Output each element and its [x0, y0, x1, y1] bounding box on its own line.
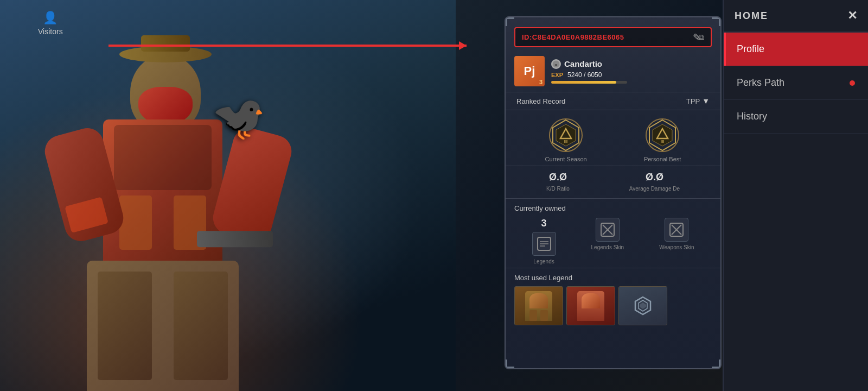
username-row: III Candartio [551, 59, 712, 69]
legends-count: 3 [541, 218, 547, 229]
owned-items: 3 Legends [514, 218, 712, 264]
exp-progress-bar [551, 81, 627, 84]
avg-damage-value: Ø.Ø [629, 172, 680, 183]
tpp-mode-label: TPP [686, 97, 700, 105]
ranked-record-row[interactable]: Ranked Record TPP ▼ [506, 92, 720, 110]
person-icon: 👤 [38, 11, 63, 25]
legend-thumb-2[interactable] [566, 286, 615, 325]
avatar-level: 3 [539, 79, 542, 85]
kd-label: K/D Ratio [546, 186, 570, 192]
nav-item-history[interactable]: History [724, 100, 868, 134]
nav-item-perks-path[interactable]: Perks Path [724, 66, 868, 100]
exp-values: 5240 / 6050 [567, 71, 602, 79]
user-details: III Candartio EXP 5240 / 6050 [551, 59, 712, 84]
most-used-legend-title: Most used Legend [514, 274, 712, 282]
legends-skin-label: Legends Skin [591, 244, 624, 250]
character-background [0, 0, 456, 391]
svg-text:III: III [564, 139, 568, 144]
legends-skin-icon [596, 218, 620, 242]
kd-value: Ø.Ø [546, 172, 570, 183]
panel-corner-tl [506, 17, 514, 26]
sidebar-nav: Profile Perks Path History [724, 33, 868, 134]
exp-label: EXP [551, 72, 563, 78]
rank-icons-row: III Current Season III Personal Best [506, 110, 720, 166]
weapons-skin-icon [665, 218, 688, 242]
nav-history-label: History [737, 111, 767, 122]
personal-best-badge: III [645, 118, 680, 153]
ranked-record-label: Ranked Record [516, 97, 565, 105]
profile-panel: ✎ ID:C8E4DA0E0A9882BE6065 ⧉ Pj 3 III Can… [505, 16, 722, 369]
id-bar[interactable]: ID:C8E4DA0E0A9882BE6065 ⧉ [514, 27, 712, 47]
legend-thumb-1[interactable] [514, 286, 563, 325]
legend-thumbnails [514, 286, 712, 325]
current-season-label: Current Season [545, 156, 587, 162]
tpp-dropdown[interactable]: TPP ▼ [686, 97, 710, 105]
exp-fill [551, 81, 616, 84]
svg-text:III: III [554, 64, 557, 67]
home-title: HOME [735, 10, 768, 22]
avg-damage-stat: Ø.Ø Average Damage De [629, 172, 680, 193]
panel-corner-bl [506, 360, 514, 368]
personal-best-rank: III Personal Best [644, 118, 681, 162]
legends-icon [532, 232, 556, 256]
right-sidebar: HOME ✕ Profile Perks Path History [723, 0, 868, 391]
highlight-arrow [108, 45, 467, 47]
tier-icon: III [551, 59, 561, 69]
current-season-badge: III [548, 118, 583, 153]
svg-marker-24 [640, 302, 646, 309]
panel-corner-br [712, 360, 720, 368]
weapons-skin-owned: Weapons Skin [659, 218, 694, 264]
avg-damage-label: Average Damage De [629, 186, 680, 192]
legends-label: Legends [533, 258, 554, 264]
svg-text:III: III [661, 139, 665, 144]
currently-owned-section: Currently owned 3 Legends [506, 198, 720, 268]
chevron-down-icon: ▼ [702, 97, 710, 105]
weapons-skin-label: Weapons Skin [659, 244, 694, 250]
nav-item-profile[interactable]: Profile [724, 33, 868, 66]
sidebar-header: HOME ✕ [724, 0, 868, 33]
visitors-label: Visitors [38, 27, 63, 36]
edit-profile-icon[interactable]: ✎ [693, 31, 701, 43]
user-info: Pj 3 III Candartio EXP 5240 / 6050 [506, 52, 720, 92]
visitors-section: 👤 Visitors [38, 11, 63, 36]
legend-thumb-3[interactable] [618, 286, 667, 325]
legends-skin-owned: Legends Skin [591, 218, 624, 264]
nav-profile-label: Profile [737, 43, 764, 55]
nav-perks-label: Perks Path [737, 77, 784, 89]
character-area [0, 0, 456, 391]
most-used-legend-section: Most used Legend [506, 268, 720, 329]
avatar: Pj 3 [514, 56, 545, 86]
current-season-rank: III Current Season [545, 118, 587, 162]
exp-row: EXP 5240 / 6050 [551, 71, 712, 79]
legends-owned: 3 Legends [532, 218, 556, 264]
username: Candartio [564, 59, 602, 68]
panel-corner-tr [712, 17, 720, 26]
avatar-initials: Pj [524, 64, 535, 78]
stats-row: Ø.Ø K/D Ratio Ø.Ø Average Damage De [506, 166, 720, 198]
player-id-text: ID:C8E4DA0E0A9882BE6065 [522, 33, 694, 41]
currently-owned-title: Currently owned [514, 204, 712, 212]
personal-best-label: Personal Best [644, 156, 681, 162]
close-button[interactable]: ✕ [847, 9, 857, 23]
perks-notification-dot [850, 80, 855, 86]
kd-ratio-stat: Ø.Ø K/D Ratio [546, 172, 570, 193]
